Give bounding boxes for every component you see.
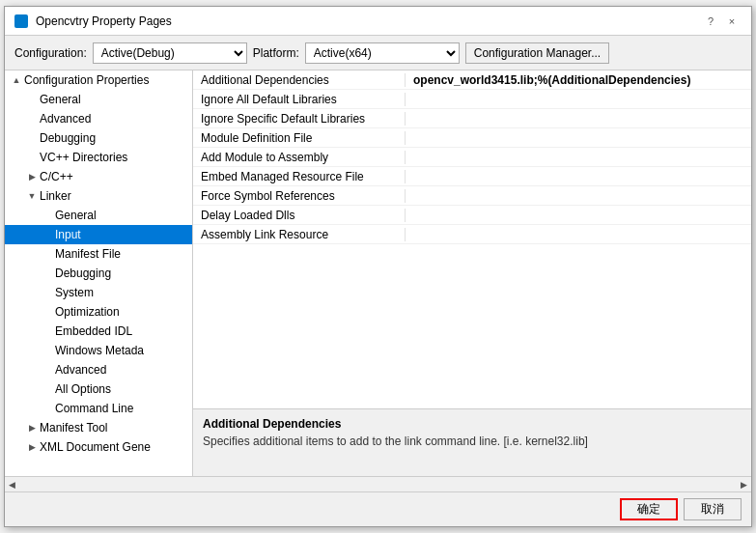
tree-label-config-props: Configuration Properties — [24, 73, 149, 87]
prop-row-assembly-link[interactable]: Assembly Link Resource — [193, 225, 751, 244]
bottom-bar: 确定 取消 — [5, 491, 751, 526]
tree-item-linker-input[interactable]: Input — [5, 225, 192, 244]
ok-button[interactable]: 确定 — [620, 498, 678, 520]
prop-row-delay-loaded[interactable]: Delay Loaded Dlls — [193, 206, 751, 225]
tree-item-linker-debug[interactable]: Debugging — [5, 264, 192, 283]
tree-label-manifest-tool: Manifest Tool — [40, 421, 107, 435]
scroll-bar: ◀ ▶ — [5, 476, 751, 491]
tree-label-linker-general: General — [55, 209, 97, 222]
tree-label-debugging: Debugging — [40, 131, 96, 145]
prop-name-add-module: Add Module to Assembly — [193, 151, 406, 164]
tree-label-general: General — [40, 93, 81, 106]
tree-label-advanced: Advanced — [40, 112, 91, 126]
title-bar-left: Opencvtry Property Pages — [14, 14, 172, 28]
tree-item-debugging[interactable]: Debugging — [5, 128, 192, 148]
expand-icon-linker[interactable]: ▼ — [24, 188, 40, 204]
expand-icon-manifest-tool[interactable]: ▶ — [24, 420, 40, 435]
tree-label-adv: Advanced — [55, 363, 106, 377]
tree-item-vc-dirs[interactable]: VC++ Directories — [5, 148, 192, 167]
help-button[interactable]: ? — [701, 12, 720, 31]
expand-icon-config-props[interactable]: ▲ — [9, 72, 24, 88]
cancel-button[interactable]: 取消 — [684, 498, 742, 520]
description-panel: Additional Dependencies Specifies additi… — [193, 408, 751, 476]
prop-row-embed-managed[interactable]: Embed Managed Resource File — [193, 167, 751, 186]
property-pages-dialog: Opencvtry Property Pages ? × Configurati… — [4, 6, 752, 527]
tree-label-command-line: Command Line — [55, 402, 133, 415]
tree-item-manifest-tool[interactable]: ▶Manifest Tool — [5, 418, 192, 437]
tree-item-manifest-file[interactable]: Manifest File — [5, 244, 192, 264]
tree-label-cpp: C/C++ — [40, 170, 73, 183]
tree-item-xml-doc[interactable]: ▶XML Document Gene — [5, 437, 192, 457]
tree-item-windows-meta[interactable]: Windows Metada — [5, 341, 192, 360]
tree-item-config-props[interactable]: ▲Configuration Properties — [5, 70, 192, 90]
tree-item-embedded-idl[interactable]: Embedded IDL — [5, 322, 192, 341]
tree-label-linker: Linker — [40, 189, 71, 203]
tree-item-system[interactable]: System — [5, 283, 192, 302]
tree-item-adv[interactable]: Advanced — [5, 360, 192, 379]
tree-panel: ▲Configuration PropertiesGeneralAdvanced… — [5, 70, 193, 476]
tree-item-cpp[interactable]: ▶C/C++ — [5, 167, 192, 186]
title-bar: Opencvtry Property Pages ? × — [5, 7, 751, 36]
tree-label-system: System — [55, 286, 94, 299]
tree-label-xml-doc: XML Document Gene — [40, 440, 151, 454]
config-select[interactable]: Active(Debug) — [93, 42, 247, 64]
app-icon — [14, 14, 28, 28]
close-button[interactable]: × — [722, 12, 742, 31]
prop-name-module-def: Module Definition File — [193, 131, 406, 145]
expand-icon-cpp[interactable]: ▶ — [24, 169, 40, 184]
main-content: ▲Configuration PropertiesGeneralAdvanced… — [5, 70, 751, 476]
prop-name-ignore-all: Ignore All Default Libraries — [193, 93, 406, 106]
tree-item-optimization[interactable]: Optimization — [5, 302, 192, 322]
prop-name-assembly-link: Assembly Link Resource — [193, 228, 406, 241]
tree-item-linker-general[interactable]: General — [5, 206, 192, 225]
prop-row-add-module[interactable]: Add Module to Assembly — [193, 148, 751, 167]
tree-label-linker-debug: Debugging — [55, 266, 111, 280]
tree-item-general[interactable]: General — [5, 90, 192, 109]
tree-label-all-options: All Options — [55, 382, 111, 396]
scroll-left-icon[interactable]: ◀ — [9, 480, 15, 490]
config-label: Configuration: — [14, 46, 87, 60]
description-title: Additional Dependencies — [203, 417, 742, 431]
platform-label: Platform: — [253, 46, 299, 60]
config-manager-button[interactable]: Configuration Manager... — [465, 42, 609, 64]
tree-item-command-line[interactable]: Command Line — [5, 399, 192, 418]
prop-row-additional-deps[interactable]: Additional Dependenciesopencv_world3415.… — [193, 70, 751, 90]
properties-panel: Additional Dependenciesopencv_world3415.… — [193, 70, 751, 476]
prop-name-ignore-specific: Ignore Specific Default Libraries — [193, 112, 406, 126]
properties-table: Additional Dependenciesopencv_world3415.… — [193, 70, 751, 408]
tree-label-optimization: Optimization — [55, 305, 120, 319]
dialog-title: Opencvtry Property Pages — [36, 14, 172, 28]
description-text: Specifies additional items to add to the… — [203, 435, 742, 448]
prop-name-additional-deps: Additional Dependencies — [193, 73, 406, 87]
tree-label-vc-dirs: VC++ Directories — [40, 151, 127, 164]
prop-row-ignore-all[interactable]: Ignore All Default Libraries — [193, 90, 751, 109]
prop-name-embed-managed: Embed Managed Resource File — [193, 170, 406, 183]
prop-row-force-symbol[interactable]: Force Symbol References — [193, 186, 751, 206]
prop-row-module-def[interactable]: Module Definition File — [193, 128, 751, 148]
prop-row-ignore-specific[interactable]: Ignore Specific Default Libraries — [193, 109, 751, 128]
tree-item-linker[interactable]: ▼Linker — [5, 186, 192, 206]
prop-name-delay-loaded: Delay Loaded Dlls — [193, 209, 406, 222]
toolbar: Configuration: Active(Debug) Platform: A… — [5, 36, 751, 70]
tree-label-manifest-file: Manifest File — [55, 247, 121, 261]
prop-name-force-symbol: Force Symbol References — [193, 189, 406, 203]
title-bar-controls: ? × — [701, 12, 742, 31]
expand-icon-xml-doc[interactable]: ▶ — [24, 439, 40, 455]
platform-select[interactable]: Active(x64) — [305, 42, 460, 64]
tree-label-windows-meta: Windows Metada — [55, 344, 144, 357]
tree-item-all-options[interactable]: All Options — [5, 379, 192, 399]
tree-label-embedded-idl: Embedded IDL — [55, 324, 132, 338]
tree-item-advanced[interactable]: Advanced — [5, 109, 192, 128]
prop-value-additional-deps: opencv_world3415.lib;%(AdditionalDepende… — [406, 73, 751, 87]
tree-label-linker-input: Input — [55, 228, 81, 241]
scroll-right-icon[interactable]: ▶ — [741, 480, 747, 490]
